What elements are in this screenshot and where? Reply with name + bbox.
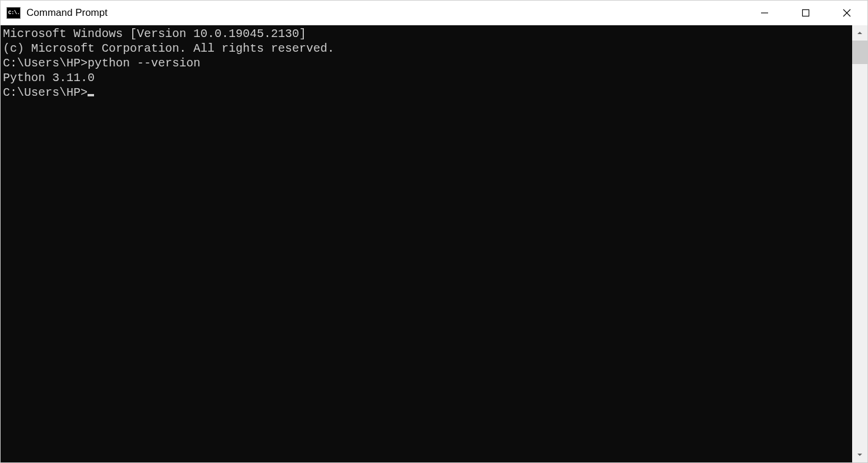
scroll-track[interactable] (852, 41, 867, 447)
scroll-thumb[interactable] (852, 41, 867, 64)
terminal-line: Microsoft Windows [Version 10.0.19045.21… (3, 26, 850, 41)
close-icon (842, 8, 852, 18)
minimize-button[interactable] (744, 1, 785, 25)
scroll-down-button[interactable] (852, 447, 867, 462)
terminal-line: (c) Microsoft Corporation. All rights re… (3, 41, 850, 56)
minimize-icon (760, 9, 769, 17)
cursor-icon (88, 94, 94, 96)
terminal-content[interactable]: Microsoft Windows [Version 10.0.19045.21… (1, 25, 852, 462)
window-title: Command Prompt (26, 7, 744, 19)
prompt-text: C:\Users\HP> (3, 86, 88, 99)
chevron-up-icon (856, 29, 863, 36)
maximize-icon (802, 9, 810, 17)
cmd-icon: C:\. (6, 7, 21, 19)
vertical-scrollbar[interactable] (852, 25, 867, 462)
prompt-text: C:\Users\HP> (3, 56, 88, 70)
terminal-area: Microsoft Windows [Version 10.0.19045.21… (1, 25, 867, 462)
close-button[interactable] (826, 1, 867, 25)
chevron-down-icon (856, 451, 863, 458)
scroll-up-button[interactable] (852, 25, 867, 41)
command-prompt-window: C:\. Command Prompt Microsoft Windo (0, 0, 868, 463)
terminal-line: Python 3.11.0 (3, 71, 850, 85)
terminal-line: C:\Users\HP> (3, 85, 850, 100)
svg-rect-1 (803, 10, 809, 16)
maximize-button[interactable] (785, 1, 826, 25)
titlebar[interactable]: C:\. Command Prompt (1, 1, 867, 25)
terminal-line: C:\Users\HP>python --version (3, 56, 850, 71)
command-text: python --version (88, 56, 200, 70)
window-controls (744, 1, 867, 25)
